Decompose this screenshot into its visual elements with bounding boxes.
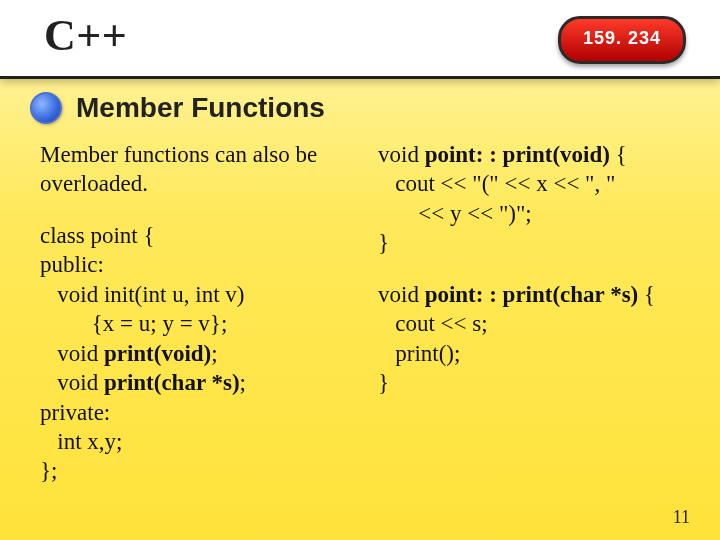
spacer — [378, 258, 700, 280]
left-column: Member functions can also be overloaded.… — [40, 140, 372, 500]
print-char-code: void point: : print(char *s) { cout << s… — [378, 280, 700, 398]
section-heading: Member Functions — [76, 92, 325, 124]
code-line: }; — [40, 458, 57, 483]
course-code: 159. 234 — [583, 28, 661, 49]
code-line: cout << s; — [378, 311, 488, 336]
title-bar: C++ 159. 234 — [0, 0, 720, 79]
class-definition-code: class point { public: void init(int u, i… — [40, 221, 362, 486]
slide: C++ 159. 234 Member Functions Member fun… — [0, 0, 720, 540]
code-line: cout << "(" << x << ", " — [378, 171, 615, 196]
code-line: int x,y; — [40, 429, 122, 454]
code-line: void point: : print(char *s) { — [378, 282, 655, 307]
code-line: } — [378, 230, 389, 255]
right-column: void point: : print(void) { cout << "(" … — [372, 140, 700, 500]
code-line: private: — [40, 400, 110, 425]
page-title: C++ — [44, 10, 127, 61]
intro-text: Member functions can also be overloaded. — [40, 140, 362, 199]
sphere-bullet-icon — [30, 92, 62, 124]
code-line: {x = u; y = v}; — [40, 311, 227, 336]
code-line: void print(char *s); — [40, 370, 246, 395]
code-line: void point: : print(void) { — [378, 142, 627, 167]
content-body: Member functions can also be overloaded.… — [40, 140, 700, 500]
subtitle-row: Member Functions — [30, 92, 325, 124]
page-number: 11 — [673, 507, 690, 528]
print-void-code: void point: : print(void) { cout << "(" … — [378, 140, 700, 258]
code-line: void print(void); — [40, 341, 218, 366]
code-line: class point { — [40, 223, 155, 248]
code-line: } — [378, 370, 389, 395]
code-line: print(); — [378, 341, 460, 366]
code-line: public: — [40, 252, 104, 277]
code-line: << y << ")"; — [378, 201, 532, 226]
code-line: void init(int u, int v) — [40, 282, 244, 307]
course-badge: 159. 234 — [558, 16, 686, 64]
